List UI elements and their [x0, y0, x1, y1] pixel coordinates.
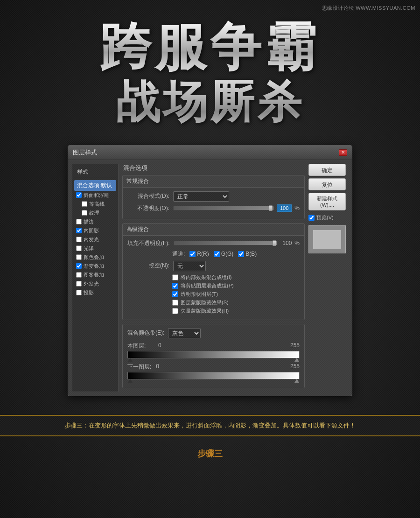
channels-label: 通道: — [172, 250, 185, 258]
normal-blend-legend: 常规混合 — [123, 175, 304, 188]
this-layer-spacer2 — [161, 342, 290, 350]
hero-title-main: 跨服争霸 — [9, 19, 411, 75]
colorband-row: 混合颜色带(E): 灰色 — [127, 328, 300, 338]
knockout-row: 挖空(N): 无 — [127, 261, 300, 271]
next-gradient-left-handle[interactable] — [128, 379, 133, 383]
pattern-overlay-checkbox[interactable] — [76, 272, 82, 278]
fill-opacity-row: 填充不透明度(F): 100 % — [127, 239, 300, 247]
checkbox-vector-mask[interactable]: 矢量蒙版隐藏效果(H) — [172, 308, 300, 315]
style-item-texture[interactable]: 纹理 — [74, 209, 116, 217]
style-item-inner-shadow[interactable]: 内阴影 — [74, 226, 116, 235]
gradient-left-handle[interactable] — [128, 358, 133, 362]
next-layer-spacer — [151, 363, 156, 371]
blend-mode-label: 混合模式(D): — [127, 192, 169, 200]
fill-opacity-label: 填充不透明度(F): — [127, 239, 170, 247]
gradient-overlay-checkbox[interactable] — [76, 263, 82, 269]
preview-label-text: 预览(V) — [316, 214, 334, 221]
gradient-right-handle[interactable] — [294, 358, 299, 362]
reset-button[interactable]: 复位 — [308, 178, 346, 190]
checkbox-transparent-shape[interactable]: 透明形状图层(T) — [172, 291, 300, 298]
next-gradient-right-handle[interactable] — [294, 379, 299, 383]
opacity-label: 不透明度(O): — [127, 204, 169, 212]
channel-g-checkbox[interactable] — [214, 251, 220, 257]
opacity-slider-container: 100 % — [173, 204, 300, 212]
style-item-bevel[interactable]: 斜面和浮雕 — [74, 191, 116, 200]
fill-opacity-slider-container: 100 % — [174, 240, 300, 246]
fill-opacity-value: 100 — [282, 240, 292, 246]
style-item-satin[interactable]: 光泽 — [74, 244, 116, 253]
dialog-body: 样式 混合选项:默认 斜面和浮雕 等高线 纹理 描边 — [68, 160, 352, 396]
hero-section: 跨服争霸 战场厮杀 — [0, 0, 420, 136]
opacity-row: 不透明度(O): 100 % — [127, 204, 300, 212]
preview-checkbox[interactable] — [308, 215, 315, 221]
next-layer-gradient[interactable] — [127, 372, 300, 379]
outer-glow-checkbox[interactable] — [76, 281, 82, 287]
next-layer-spacer2 — [159, 363, 290, 371]
channel-b[interactable]: B(B) — [238, 251, 257, 257]
style-item-contour[interactable]: 等高线 — [74, 200, 116, 209]
satin-checkbox[interactable] — [76, 245, 82, 251]
style-item-stroke[interactable]: 描边 — [74, 217, 116, 226]
layer-mask-cb[interactable] — [172, 300, 178, 306]
fill-opacity-percent: % — [294, 240, 300, 246]
preview-inner — [313, 230, 341, 249]
bevel-checkbox[interactable] — [76, 192, 82, 198]
stroke-checkbox[interactable] — [76, 219, 82, 224]
style-item-drop-shadow[interactable]: 投影 — [74, 288, 116, 297]
channel-b-checkbox[interactable] — [238, 251, 244, 257]
transparent-shape-cb[interactable] — [172, 291, 178, 297]
channel-r[interactable]: R(R) — [189, 251, 209, 257]
style-item-color-overlay[interactable]: 颜色叠加 — [74, 253, 116, 262]
advanced-blend-legend: 高级混合 — [123, 224, 304, 236]
style-item-pattern-overlay[interactable]: 图案叠加 — [74, 271, 116, 280]
this-layer-gradient[interactable] — [127, 351, 300, 358]
drop-shadow-checkbox[interactable] — [76, 290, 82, 295]
preview-box — [308, 225, 346, 253]
fill-opacity-slider[interactable] — [174, 241, 278, 245]
next-layer-label: 下一图层: — [127, 363, 151, 371]
checkbox-clip-layers[interactable]: 将剪贴图层混合成组(P) — [172, 282, 300, 289]
blend-mode-row: 混合模式(D): 正常 — [127, 191, 300, 202]
normal-blend-content: 混合模式(D): 正常 不透明度(O): — [123, 188, 304, 219]
right-panel: 确定 复位 新建样式(W).... 预览(V) — [308, 164, 348, 392]
inner-glow-checkbox[interactable] — [76, 237, 82, 242]
style-item-outer-glow[interactable]: 外发光 — [74, 280, 116, 288]
clip-layers-cb[interactable] — [172, 283, 178, 289]
styles-panel-title: 样式 — [74, 166, 116, 178]
next-layer-values: 下一图层: 0 255 — [127, 363, 300, 371]
confirm-button[interactable]: 确定 — [308, 164, 346, 176]
dialog-titlebar: 图层样式 ✕ — [68, 146, 352, 160]
opacity-slider-track[interactable] — [173, 206, 274, 210]
contour-checkbox[interactable] — [82, 201, 87, 207]
internal-effects-cb[interactable] — [172, 274, 178, 280]
fill-opacity-thumb[interactable] — [273, 240, 276, 246]
new-style-button[interactable]: 新建样式(W).... — [308, 193, 346, 211]
inner-shadow-checkbox[interactable] — [76, 228, 82, 233]
this-layer-min: 0 — [158, 342, 161, 350]
colorband-label: 混合颜色带(E): — [127, 329, 164, 337]
opacity-slider-thumb[interactable] — [269, 205, 273, 211]
opacity-value[interactable]: 100 — [277, 204, 292, 212]
step-label: 步骤三 — [0, 441, 420, 469]
knockout-label: 挖空(N): — [127, 262, 169, 270]
style-item-blend-options[interactable]: 混合选项:默认 — [74, 180, 116, 191]
style-item-gradient-overlay[interactable]: 渐变叠加 — [74, 262, 116, 271]
dialog-close-button[interactable]: ✕ — [339, 149, 347, 156]
blend-mode-select[interactable]: 正常 — [173, 191, 229, 202]
knockout-select[interactable]: 无 — [173, 261, 206, 271]
blending-options-heading: 混合选项 — [122, 164, 305, 172]
channel-g[interactable]: G(G) — [214, 251, 234, 257]
checkbox-internal-effects[interactable]: 将内部效果混合成组(I) — [172, 274, 300, 281]
vector-mask-cb[interactable] — [172, 308, 178, 314]
this-layer-spacer — [146, 342, 158, 350]
checkbox-layer-mask[interactable]: 图层蒙版隐藏效果(S) — [172, 299, 300, 306]
color-overlay-checkbox[interactable] — [76, 254, 82, 260]
instruction-text: 步骤三：在变形的字体上先稍微做出效果来，进行斜面浮雕，内阴影，渐变叠加。具体数值… — [64, 422, 356, 429]
channel-r-checkbox[interactable] — [189, 251, 196, 257]
style-item-inner-glow[interactable]: 内发光 — [74, 235, 116, 244]
layer-style-dialog: 图层样式 ✕ 样式 混合选项:默认 斜面和浮雕 等高线 — [68, 145, 352, 396]
channels-row: 通道: R(R) G(G) B(B) — [172, 250, 300, 258]
colorband-select[interactable]: 灰色 — [168, 328, 201, 338]
texture-checkbox[interactable] — [82, 210, 87, 216]
instruction-bar: 步骤三：在变形的字体上先稍微做出效果来，进行斜面浮雕，内阴影，渐变叠加。具体数值… — [0, 415, 420, 436]
